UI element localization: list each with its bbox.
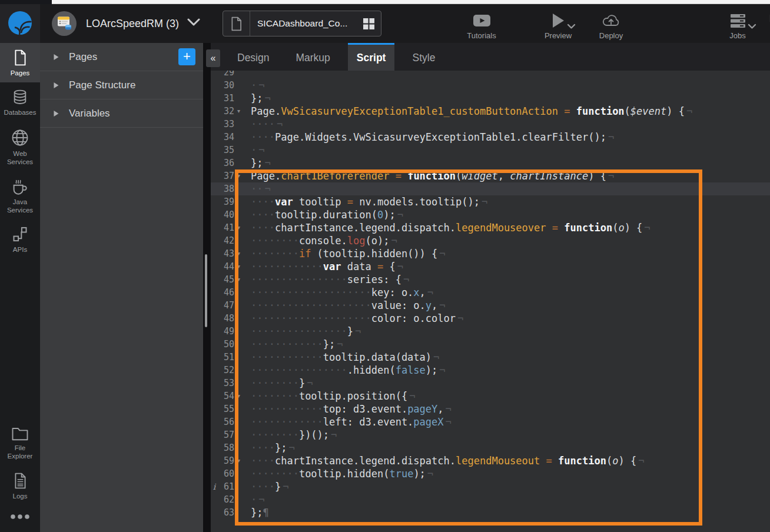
chevron-down-icon[interactable]	[748, 22, 756, 31]
topbar-tutorials-button[interactable]: Tutorials	[458, 11, 505, 40]
code-line[interactable]: 34····Page.Widgets.VwSicasurveyException…	[211, 131, 770, 144]
code-line[interactable]: 54▾········tooltip.position({¬	[211, 390, 770, 403]
rail-item-databases[interactable]: Databases	[0, 82, 40, 122]
code-line[interactable]: 62·¬	[211, 493, 770, 506]
code-line[interactable]: 52················.hidden(false);¬	[211, 364, 770, 377]
code-line[interactable]: 63};¶	[211, 506, 770, 519]
code-line[interactable]: 44▾············var data = {¬	[211, 260, 770, 273]
code-editor[interactable]: 2930·¬31};¬32▾Page.VwSicasurveyException…	[211, 71, 770, 532]
line-number[interactable]: 61	[214, 480, 234, 493]
line-number[interactable]: 57	[214, 428, 234, 441]
tab-style[interactable]: Style	[403, 43, 444, 71]
project-avatar[interactable]	[52, 11, 77, 36]
project-name[interactable]: LOArcSpeedRM (3)	[86, 4, 179, 43]
panel-section-pages[interactable]: Pages+	[40, 43, 203, 71]
code-line[interactable]: 60········tooltip.hidden(true);¬	[211, 467, 770, 480]
fold-arrow-icon[interactable]: ▾	[237, 247, 240, 260]
topbar-artifacts-button[interactable]: Arti	[758, 11, 770, 40]
code-line[interactable]: 56············left: d3.event.pageX¬	[211, 415, 770, 428]
fold-arrow-icon[interactable]: ▾	[237, 105, 240, 118]
wavemaker-logo[interactable]	[0, 4, 40, 43]
code-line[interactable]: 58····};¬	[211, 441, 770, 454]
code-line[interactable]: 46····················key: o.x,¬	[211, 286, 770, 299]
line-number[interactable]: 30	[214, 79, 234, 92]
line-number[interactable]: 47	[214, 299, 234, 312]
line-number[interactable]: 48	[214, 312, 234, 325]
line-number[interactable]: 49	[214, 325, 234, 338]
code-line[interactable]: 55············top: d3.event.pageY,¬	[211, 403, 770, 415]
line-number[interactable]: 38	[214, 182, 234, 195]
line-number[interactable]: 43	[214, 247, 234, 260]
vertical-scrollbar-thumb[interactable]	[205, 254, 207, 327]
tab-design[interactable]: Design	[228, 43, 278, 71]
panel-section-variables[interactable]: Variables	[40, 99, 203, 128]
line-number[interactable]: 58	[214, 441, 234, 454]
code-line[interactable]: 29	[211, 71, 770, 79]
code-line[interactable]: 36};¬	[211, 157, 770, 169]
code-line[interactable]: 42········console.log(o);¬	[211, 234, 770, 247]
line-number[interactable]: 37	[214, 169, 234, 182]
line-number[interactable]: 51	[214, 351, 234, 364]
line-number[interactable]: 45	[214, 273, 234, 286]
fold-arrow-icon[interactable]: ▾	[237, 221, 240, 234]
code-line[interactable]: 32▾Page.VwSicasurveyExceptionTable1_cust…	[211, 105, 770, 118]
line-number[interactable]: 62	[214, 493, 234, 506]
triangle-right-icon[interactable]	[53, 82, 59, 89]
collapse-panel-button[interactable]: «	[206, 49, 220, 67]
fold-arrow-icon[interactable]: ▾	[237, 169, 240, 182]
add-page-button[interactable]: +	[178, 48, 195, 65]
code-line[interactable]: 35·¬	[211, 144, 770, 157]
rail-item-apis[interactable]: APIs	[0, 220, 40, 259]
code-line[interactable]: 40····tooltip.duration(0);¬	[211, 208, 770, 221]
code-line[interactable]: 59▾····chartInstance.legend.dispatch.leg…	[211, 454, 770, 467]
code-line[interactable]: 43▾········if (tooltip.hidden()) {¬	[211, 247, 770, 260]
rail-item-file-explorer[interactable]: File Explorer	[0, 420, 40, 466]
line-number[interactable]: 46	[214, 286, 234, 299]
fold-arrow-icon[interactable]: ▾	[237, 260, 240, 273]
project-chevron-down-icon[interactable]	[187, 18, 200, 29]
line-number[interactable]: 55	[214, 403, 234, 415]
code-line[interactable]: 39····var tooltip = nv.models.tooltip();…	[211, 195, 770, 208]
code-line[interactable]: 38··¬	[211, 182, 770, 195]
code-line[interactable]: 48····················color: o.color¬	[211, 312, 770, 325]
rail-item-pages[interactable]: Pages	[0, 43, 40, 82]
line-number[interactable]: 53	[214, 377, 234, 390]
page-grid-icon[interactable]	[357, 18, 381, 30]
code-line[interactable]: 47····················value: o.y,¬	[211, 299, 770, 312]
line-number[interactable]: 63	[214, 506, 234, 519]
fold-arrow-icon[interactable]: ▾	[237, 390, 240, 403]
line-number[interactable]: 54	[214, 390, 234, 403]
line-number[interactable]: 59	[214, 454, 234, 467]
line-number[interactable]: 32	[214, 105, 234, 118]
code-line[interactable]: 45▾················series: {¬	[211, 273, 770, 286]
topbar-jobs-button[interactable]: Jobs	[716, 11, 759, 40]
triangle-right-icon[interactable]	[53, 110, 59, 117]
line-number[interactable]: 36	[214, 157, 234, 169]
line-number[interactable]: 34	[214, 131, 234, 144]
chevron-down-icon[interactable]	[567, 22, 576, 31]
line-number[interactable]: 33	[214, 118, 234, 131]
tab-script[interactable]: Script	[348, 43, 395, 71]
line-number[interactable]: 60	[214, 467, 234, 480]
code-line[interactable]: 31};¬	[211, 92, 770, 105]
code-line[interactable]: 51············tooltip.data(data)¬	[211, 351, 770, 364]
line-number[interactable]: 41	[214, 221, 234, 234]
code-line[interactable]: 41▾····chartInstance.legend.dispatch.leg…	[211, 221, 770, 234]
code-line[interactable]: 49················}¬	[211, 325, 770, 338]
line-number[interactable]: 39	[214, 195, 234, 208]
line-number[interactable]: 44	[214, 260, 234, 273]
fold-arrow-icon[interactable]: ▾	[237, 273, 240, 286]
code-line[interactable]: 33····¬	[211, 118, 770, 131]
code-line[interactable]: i61····}¬	[211, 480, 770, 493]
tab-markup[interactable]: Markup	[287, 43, 338, 71]
code-line[interactable]: 30·¬	[211, 79, 770, 92]
rail-item-java-services[interactable]: Java Services	[0, 172, 40, 220]
rail-item-logs[interactable]: Logs	[0, 466, 40, 506]
fold-arrow-icon[interactable]: ▾	[237, 454, 240, 467]
topbar-preview-button[interactable]: Preview	[535, 11, 582, 40]
panel-section-page-structure[interactable]: Page Structure	[40, 71, 203, 99]
line-number[interactable]: 56	[214, 415, 234, 428]
code-line[interactable]: 57········})();¬	[211, 428, 770, 441]
line-number[interactable]: 35	[214, 144, 234, 157]
line-number[interactable]: 29	[214, 71, 234, 79]
